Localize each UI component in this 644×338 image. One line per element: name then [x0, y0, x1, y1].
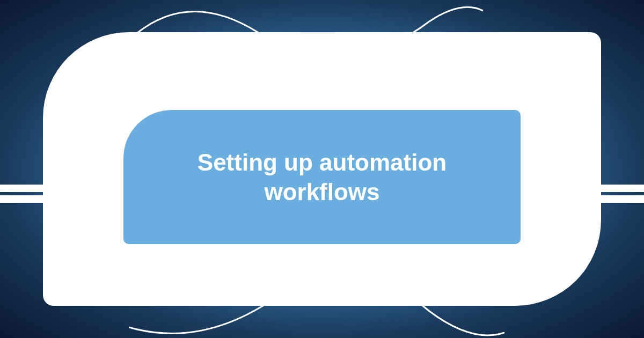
outer-card: Setting up automation workflows: [43, 32, 601, 306]
inner-card: Setting up automation workflows: [123, 110, 521, 244]
title-text: Setting up automation workflows: [156, 148, 488, 207]
